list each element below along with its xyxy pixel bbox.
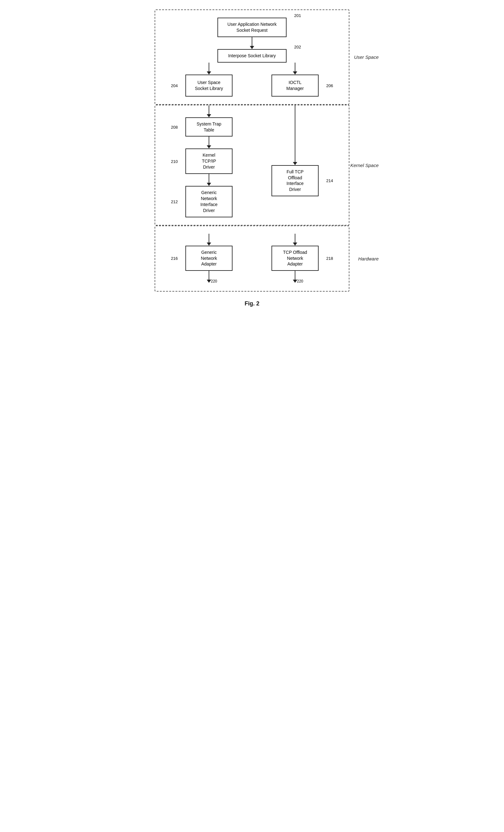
node-id-204: 204 — [171, 83, 178, 88]
figure-caption: Fig. 2 — [245, 301, 259, 307]
user-space-label: User Space — [354, 54, 379, 60]
gnic-label: Generic Network Interface Driver — [200, 190, 218, 214]
node-id-210: 210 — [171, 159, 178, 163]
node-id-216: 216 — [171, 256, 178, 261]
arrow-to-ioctl — [293, 62, 297, 75]
interpose-node: Interpose Socket Library — [218, 49, 286, 62]
ioctl-node: IOCTL Manager — [272, 75, 318, 97]
arrow-ioctl-to-ftoid — [293, 105, 297, 165]
node-id-206: 206 — [326, 83, 333, 88]
kerneltcp-label: Kernel TCP/IP Driver — [202, 152, 216, 170]
ioctl-label: IOCTL Manager — [286, 80, 304, 92]
arrow-gadapter-out — [207, 271, 211, 283]
node-id-214: 214 — [326, 178, 333, 183]
arrow-line — [252, 37, 252, 46]
arrow-head — [250, 46, 254, 49]
arrow-gnic-to-gadapter — [207, 234, 211, 246]
kernel-tcp-node: Kernel TCP/IP Driver — [186, 149, 232, 174]
generic-adapter-node: Generic Network Adapter — [186, 246, 232, 271]
ftoid-label: Full TCP Offload Interface Driver — [286, 169, 304, 193]
user-space-region: User Application Network Socket Request … — [155, 9, 349, 105]
node-id-212: 212 — [171, 199, 178, 204]
arrow-uss-to-systrap — [207, 105, 211, 117]
hardware-label: Hardware — [358, 256, 379, 261]
arrow-ftoid-to-toa — [293, 234, 297, 246]
generic-nic-node: Generic Network Interface Driver — [186, 186, 232, 217]
arrow-systrap-to-kernel — [207, 136, 211, 149]
tcp-offload-adapter-node: TCP Offload Network Adapter — [272, 246, 318, 271]
toa-label: TCP Offload Network Adapter — [283, 250, 307, 267]
arrow-to-uss — [207, 62, 211, 75]
node-id-201: 201 — [294, 13, 301, 18]
220-label-right: 220 — [297, 279, 303, 283]
kernel-space-label: Kernel Space — [351, 162, 379, 168]
user-app-label: User Application Network Socket Request — [227, 22, 277, 33]
system-trap-node: System Trap Table — [186, 117, 232, 137]
interpose-label: Interpose Socket Library — [228, 53, 276, 58]
user-space-socket-node: User Space Socket Library — [186, 75, 232, 97]
diagram: User Application Network Socket Request … — [145, 9, 359, 307]
gadapter-label: Generic Network Adapter — [201, 250, 217, 267]
uss-label: User Space Socket Library — [195, 80, 223, 92]
220-label-left: 220 — [211, 279, 217, 283]
systrap-label: System Trap Table — [197, 121, 222, 133]
kernel-space-region: System Trap Table 208 Kernel TCP/IP Driv… — [155, 105, 349, 226]
hardware-region: Generic Network Adapter 216 220 — [155, 226, 349, 292]
node-id-208: 208 — [171, 125, 178, 129]
user-app-node: User Application Network Socket Request — [218, 18, 286, 37]
node-id-218: 218 — [326, 256, 333, 261]
arrow-kernel-to-gnic — [207, 174, 211, 186]
node-id-202: 202 — [294, 45, 301, 49]
arrow-1 — [250, 37, 254, 49]
full-tcp-offload-node: Full TCP Offload Interface Driver — [272, 165, 318, 197]
arrow-toa-out — [293, 271, 297, 283]
